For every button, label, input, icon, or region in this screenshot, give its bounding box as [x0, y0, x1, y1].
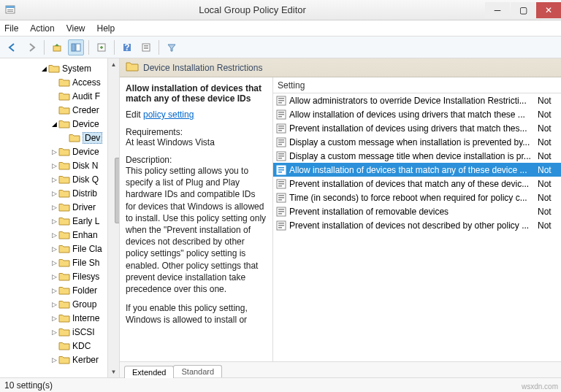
setting-row[interactable]: Allow installation of devices that match…	[273, 163, 561, 177]
svg-rect-12	[144, 47, 148, 47]
svg-rect-1	[6, 6, 15, 8]
tree-scrollbar[interactable]: ▲ ▼	[107, 58, 119, 377]
description-text-2: If you enable this policy setting, Windo…	[126, 302, 267, 326]
tree-item[interactable]: ▷Device	[0, 145, 119, 158]
tree-item[interactable]: ▷Disk Q	[0, 172, 119, 186]
setting-row[interactable]: Time (in seconds) to force reboot when r…	[273, 191, 561, 204]
svg-rect-37	[278, 172, 282, 173]
svg-rect-27	[278, 139, 284, 141]
minimize-button[interactable]: ─	[485, 2, 510, 18]
tree-item[interactable]: ▷Disk N	[0, 158, 119, 172]
tree-item-system[interactable]: ◢System	[0, 61, 119, 75]
maximize-button[interactable]: ▢	[511, 2, 535, 18]
up-button[interactable]	[49, 39, 65, 55]
tree-item[interactable]: ▷Enhan	[0, 228, 119, 242]
svg-rect-53	[278, 227, 282, 228]
svg-rect-29	[278, 144, 282, 145]
svg-rect-23	[278, 126, 284, 127]
setting-row[interactable]: Allow installation of devices using driv…	[273, 107, 561, 121]
close-button[interactable]: ✕	[536, 2, 561, 18]
window-title: Local Group Policy Editor	[20, 4, 484, 15]
tree-item[interactable]: ▷Filesys	[0, 269, 119, 283]
svg-rect-2	[7, 9, 13, 10]
tree-item[interactable]: ▷Driver	[0, 200, 119, 214]
tree-item[interactable]: Access	[0, 75, 119, 89]
tab-extended[interactable]: Extended	[124, 366, 174, 378]
tree-item[interactable]: Creder	[0, 103, 119, 117]
tree-item[interactable]: Audit F	[0, 89, 119, 103]
filter-button[interactable]	[164, 39, 180, 55]
setting-row[interactable]: Display a custom message when installati…	[273, 135, 561, 149]
svg-rect-52	[278, 225, 284, 226]
svg-rect-25	[278, 130, 282, 131]
svg-rect-28	[278, 142, 284, 143]
description-label: Description:	[126, 155, 267, 165]
tab-standard[interactable]: Standard	[173, 365, 222, 377]
svg-rect-33	[278, 158, 282, 159]
svg-rect-44	[278, 197, 284, 199]
back-button[interactable]	[4, 39, 20, 55]
tree-item[interactable]: ▷File Sh	[0, 255, 119, 269]
tree-item[interactable]: ▷Interne	[0, 311, 119, 325]
export-button[interactable]	[94, 39, 110, 55]
svg-rect-15	[278, 98, 284, 99]
tree-item[interactable]: ▷Kerber	[0, 353, 119, 366]
setting-row[interactable]: Prevent installation of devices using dr…	[273, 121, 561, 135]
svg-rect-39	[278, 181, 284, 182]
watermark: wsxdn.com	[522, 383, 558, 391]
menu-file[interactable]: File	[4, 23, 18, 34]
app-icon	[4, 4, 16, 16]
setting-row[interactable]: Display a custom message title when devi…	[273, 149, 561, 163]
setting-row[interactable]: Prevent installation of removable device…	[273, 204, 561, 218]
svg-rect-41	[278, 185, 282, 187]
tree-item[interactable]: ▷iSCSI	[0, 325, 119, 339]
setting-icon	[276, 151, 286, 161]
status-bar: 10 setting(s)	[0, 377, 561, 392]
requirements-label: Requirements:	[126, 127, 267, 137]
tree-item[interactable]: ▷Group	[0, 297, 119, 311]
setting-icon	[276, 220, 286, 231]
setting-icon	[276, 96, 286, 106]
svg-rect-21	[278, 116, 282, 118]
menu-help[interactable]: Help	[97, 23, 115, 34]
tree-item[interactable]: ◢Device	[0, 117, 119, 131]
setting-row[interactable]: Allow administrators to override Device …	[273, 93, 561, 107]
show-hide-tree-button[interactable]	[68, 39, 84, 55]
svg-rect-45	[278, 199, 282, 201]
tree-item[interactable]: KDC	[0, 339, 119, 353]
svg-rect-48	[278, 211, 284, 212]
svg-rect-35	[278, 167, 284, 169]
tree-item[interactable]: ▷File Cla	[0, 242, 119, 255]
svg-rect-49	[278, 213, 282, 215]
info-pane: Allow installation of devices that match…	[120, 77, 273, 361]
tree-pane: ◢SystemAccessAudit FCreder◢DeviceDev▷Dev…	[0, 58, 120, 377]
tree-item[interactable]: ▷Folder	[0, 283, 119, 297]
setting-row[interactable]: Prevent installation of devices that mat…	[273, 177, 561, 191]
svg-rect-32	[278, 155, 284, 157]
edit-policy-link[interactable]: policy setting	[143, 109, 194, 120]
forward-button[interactable]	[23, 39, 39, 55]
svg-rect-17	[278, 102, 282, 104]
svg-rect-13	[144, 48, 148, 49]
menu-view[interactable]: View	[66, 23, 85, 34]
tree-item[interactable]: Dev	[0, 131, 119, 145]
svg-rect-4	[53, 46, 61, 51]
tree-item[interactable]: ▷Distrib	[0, 186, 119, 200]
column-setting[interactable]: Setting	[278, 80, 305, 91]
list-header[interactable]: Setting	[273, 77, 561, 93]
properties-button[interactable]	[138, 39, 154, 55]
tree-item[interactable]: ▷Early L	[0, 214, 119, 228]
status-text: 10 setting(s)	[4, 380, 53, 391]
list-pane: Setting Allow administrators to override…	[273, 77, 561, 361]
setting-row[interactable]: Prevent installation of devices not desc…	[273, 218, 561, 232]
svg-rect-47	[278, 209, 284, 210]
svg-rect-19	[278, 112, 284, 113]
svg-text:?: ?	[124, 42, 129, 53]
setting-icon	[276, 165, 286, 175]
header-title: Device Installation Restrictions	[143, 63, 262, 73]
svg-rect-20	[278, 114, 284, 115]
svg-rect-43	[278, 195, 284, 196]
tab-bar: Extended Standard	[120, 361, 561, 377]
help-button[interactable]: ?	[119, 39, 135, 55]
menu-action[interactable]: Action	[30, 23, 54, 34]
